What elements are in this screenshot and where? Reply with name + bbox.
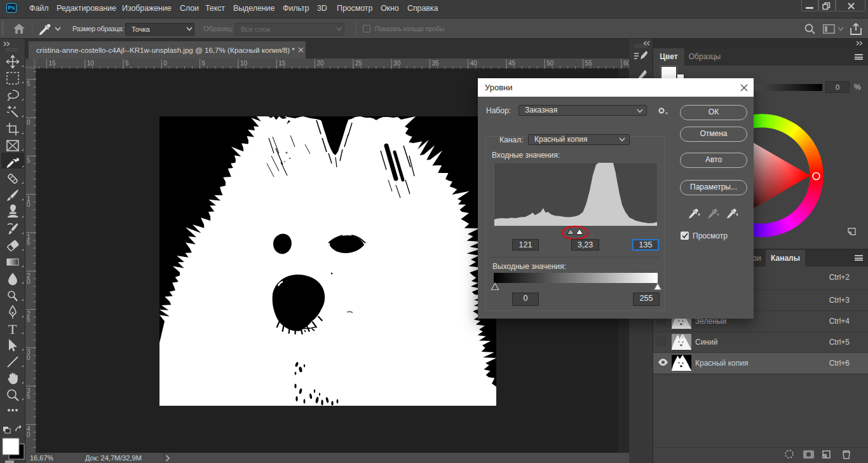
svg-text:35: 35 bbox=[431, 60, 439, 67]
svg-text:5: 5 bbox=[27, 80, 31, 87]
svg-text:5: 5 bbox=[125, 60, 129, 67]
svg-text:20: 20 bbox=[317, 60, 325, 67]
svg-text:40: 40 bbox=[470, 60, 478, 67]
svg-text:60: 60 bbox=[623, 60, 629, 67]
svg-text:0: 0 bbox=[27, 354, 31, 361]
svg-text:0: 0 bbox=[27, 119, 31, 126]
svg-text:25: 25 bbox=[355, 60, 363, 67]
svg-text:0: 0 bbox=[27, 431, 31, 438]
svg-text:T: T bbox=[8, 321, 17, 337]
svg-text:50: 50 bbox=[546, 60, 554, 67]
svg-text:5: 5 bbox=[27, 157, 31, 164]
svg-text:0: 0 bbox=[27, 278, 31, 285]
svg-text:5: 5 bbox=[202, 60, 206, 67]
svg-text:0: 0 bbox=[27, 201, 31, 208]
svg-text:0: 0 bbox=[163, 60, 167, 67]
svg-text:5: 5 bbox=[27, 239, 31, 246]
svg-text:5: 5 bbox=[27, 316, 31, 323]
svg-text:15: 15 bbox=[278, 60, 286, 67]
svg-text:45: 45 bbox=[508, 60, 516, 67]
svg-text:5: 5 bbox=[27, 393, 31, 400]
svg-text:10: 10 bbox=[240, 60, 248, 67]
svg-text:15: 15 bbox=[48, 60, 56, 67]
svg-text:10: 10 bbox=[87, 60, 95, 67]
svg-text:55: 55 bbox=[585, 60, 593, 67]
svg-text:30: 30 bbox=[393, 60, 401, 67]
